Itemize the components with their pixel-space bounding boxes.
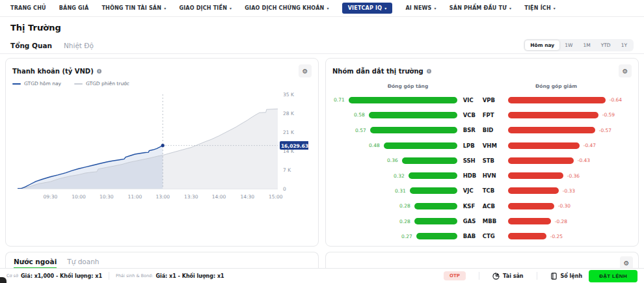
info-icon[interactable]: i xyxy=(427,69,431,74)
contribution-bar xyxy=(349,97,457,103)
gainer-row-gas[interactable]: 0.28GAS xyxy=(334,213,483,228)
range-button-hôm-nay[interactable]: Hôm nay xyxy=(525,40,559,50)
chat-widget-corner[interactable] xyxy=(0,277,7,283)
range-button-1y[interactable]: 1Y xyxy=(616,40,632,50)
gainer-row-hdb[interactable]: 0.32HDB xyxy=(334,168,483,183)
nav-item-bảng-giá[interactable]: BẢNG GIÁ xyxy=(59,5,89,11)
ticker-label[interactable]: KSF xyxy=(463,203,483,209)
assets-button[interactable]: Tài sản xyxy=(492,273,524,280)
loser-row-tcb[interactable]: TCB-0.33 xyxy=(483,183,630,198)
ticker-label[interactable]: HDB xyxy=(463,172,483,179)
ticker-label[interactable]: BAB xyxy=(463,233,483,239)
divider xyxy=(479,272,479,280)
x-axis-label: 15:00 xyxy=(269,194,283,200)
loser-row-ctg[interactable]: CTG-0.25 xyxy=(483,229,630,244)
legend-item[interactable]: GTGD phiên trước xyxy=(74,81,129,87)
ticker-label[interactable]: HVN xyxy=(483,172,502,179)
loser-row-vpb[interactable]: VPB-0.64 xyxy=(483,92,630,107)
losers-column: VPB-0.64FPT-0.59BID-0.57VHM-0.47STB-0.43… xyxy=(483,92,630,244)
nav-item-ai-news[interactable]: AI NEWS▾ xyxy=(405,5,436,11)
x-axis-label: 10:00 xyxy=(72,194,86,200)
leaders-grid: 0.71VIC0.58VCB0.57BSR0.48LPB0.36SSH0.32H… xyxy=(326,91,638,245)
otp-badge[interactable]: OTP xyxy=(444,271,466,280)
contribution-value: 0.57 xyxy=(355,128,366,133)
foreign-tabs: Nước ngoài Tự doanh xyxy=(6,252,318,269)
ticker-label[interactable]: VJC xyxy=(463,187,483,194)
contribution-bar xyxy=(409,172,457,179)
legend-item[interactable]: GTGD hôm nay xyxy=(12,81,61,87)
tab-tong-quan[interactable]: Tổng Quan xyxy=(10,42,52,49)
gainer-row-vjc[interactable]: 0.31VJC xyxy=(334,183,483,198)
ticker-label[interactable]: CTG xyxy=(483,233,502,239)
contribution-value: 0.71 xyxy=(334,97,345,103)
contribution-bar xyxy=(384,142,457,149)
loser-row-fpt[interactable]: FPT-0.59 xyxy=(483,107,630,122)
gainer-row-vic[interactable]: 0.71VIC xyxy=(334,92,483,107)
loser-row-hvn[interactable]: HVN-0.36 xyxy=(483,168,630,183)
tab-tu-doanh[interactable]: Tự doanh xyxy=(67,258,99,269)
y-axis-label: 7 K xyxy=(283,167,291,173)
ticker-label[interactable]: BID xyxy=(483,127,502,133)
nav-item-giao-dịch-tiền[interactable]: GIAO DỊCH TIỀN▾ xyxy=(179,5,232,11)
ticker-label[interactable]: GAS xyxy=(463,218,483,224)
contribution-value: 0.31 xyxy=(395,188,406,194)
nav-item-sản-phẩm-đầu-tư[interactable]: SẢN PHẨM ĐẦU TƯ▾ xyxy=(449,5,511,11)
loser-row-acb[interactable]: ACB-0.30 xyxy=(483,198,630,213)
ticker-label[interactable]: VIC xyxy=(463,97,483,103)
gainer-row-bsr[interactable]: 0.57BSR xyxy=(334,123,483,138)
ticker-label[interactable]: BSR xyxy=(463,127,483,133)
ticker-label[interactable]: LPB xyxy=(463,142,483,149)
nav-item-trang-chủ[interactable]: TRANG CHỦ xyxy=(10,5,46,11)
loser-row-vhm[interactable]: VHM-0.47 xyxy=(483,138,630,153)
gear-icon[interactable]: ⚙ xyxy=(299,64,312,77)
nav-item-tiện-ích[interactable]: TIỆN ÍCH▾ xyxy=(524,5,556,11)
range-button-ytd[interactable]: YTD xyxy=(596,40,616,50)
legend-label: GTGD phiên trước xyxy=(86,81,129,87)
contribution-value: 0.27 xyxy=(401,234,412,239)
ticker-label[interactable]: STB xyxy=(483,157,502,164)
order-book-button[interactable]: Sổ lệnh xyxy=(550,273,583,280)
ticker-label[interactable]: MBB xyxy=(483,218,502,224)
loser-row-bid[interactable]: BID-0.57 xyxy=(483,123,630,138)
tab-nhiet-do[interactable]: Nhiệt Độ xyxy=(64,42,94,49)
nav-item-vietcap-iq[interactable]: VIETCAP IQ▾ xyxy=(342,3,393,14)
loser-row-stb[interactable]: STB-0.43 xyxy=(483,153,630,168)
ticker-label[interactable]: FPT xyxy=(483,112,502,118)
ticker-label[interactable]: SSH xyxy=(463,157,483,164)
tab-nuoc-ngoai[interactable]: Nước ngoài xyxy=(14,258,57,269)
gainer-row-vcb[interactable]: 0.58VCB xyxy=(334,107,483,122)
ticker-label[interactable]: VCB xyxy=(463,112,483,118)
info-icon[interactable]: i xyxy=(97,69,101,74)
gear-icon[interactable]: ⚙ xyxy=(620,256,633,269)
gainers-column: 0.71VIC0.58VCB0.57BSR0.48LPB0.36SSH0.32H… xyxy=(334,92,483,244)
liquidity-legend: GTGD hôm nayGTGD phiên trước xyxy=(6,79,318,87)
range-button-1m[interactable]: 1M xyxy=(578,40,595,50)
nav-item-giao-dịch-chứng-khoán[interactable]: GIAO DỊCH CHỨNG KHOÁN▾ xyxy=(245,5,329,11)
liquidity-title: Thanh khoản (tỷ VND) xyxy=(12,68,94,75)
gear-icon[interactable]: ⚙ xyxy=(619,64,632,77)
range-button-1w[interactable]: 1W xyxy=(559,40,578,50)
divider xyxy=(537,272,537,280)
ticker-label[interactable]: VHM xyxy=(483,142,502,149)
chevron-down-icon: ▾ xyxy=(509,6,511,10)
top-navigation: TRANG CHỦBẢNG GIÁTHÔNG TIN TÀI SẢN▾GIAO … xyxy=(0,0,644,17)
ticker-label[interactable]: TCB xyxy=(483,187,502,194)
chevron-down-icon: ▾ xyxy=(384,6,386,10)
ticker-label[interactable]: ACB xyxy=(483,203,502,209)
contribution-bar xyxy=(370,127,457,133)
place-order-button[interactable]: ĐẶT LỆNH xyxy=(589,270,637,282)
ticker-label[interactable]: VPB xyxy=(483,97,502,103)
gainer-row-ssh[interactable]: 0.36SSH xyxy=(334,153,483,168)
nav-item-thông-tin-tài-sản[interactable]: THÔNG TIN TÀI SẢN▾ xyxy=(101,5,166,11)
gainer-row-ksf[interactable]: 0.28KSF xyxy=(334,198,483,213)
x-axis-label: 09:30 xyxy=(44,194,58,200)
contribution-bar xyxy=(508,97,606,103)
nav-item-label: GIAO DỊCH TIỀN xyxy=(179,5,227,11)
chevron-down-icon: ▾ xyxy=(554,6,556,10)
order-book-icon xyxy=(550,273,557,280)
contribution-bar xyxy=(508,187,559,194)
gainer-row-bab[interactable]: 0.27BAB xyxy=(334,229,483,244)
gainer-row-lpb[interactable]: 0.48LPB xyxy=(334,138,483,153)
contribution-value: -0.59 xyxy=(602,112,615,118)
loser-row-mbb[interactable]: MBB-0.28 xyxy=(483,213,630,228)
